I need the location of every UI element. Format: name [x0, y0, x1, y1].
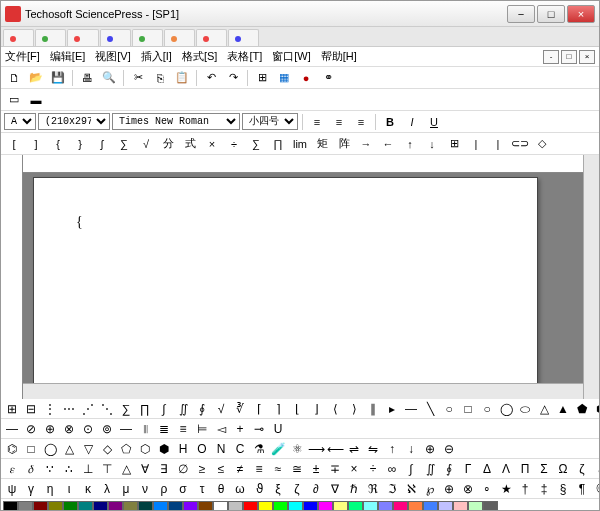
symbol-button[interactable]: ι	[60, 480, 78, 497]
symbol-button[interactable]: ⌉	[269, 400, 287, 417]
symbol-button[interactable]: ≈	[269, 460, 287, 477]
color-swatch[interactable]	[318, 501, 333, 511]
symbol-button[interactable]: ◅	[212, 420, 230, 437]
paper-dim-select[interactable]: (210x297)	[38, 113, 110, 130]
symbol-button[interactable]: ∀	[136, 460, 154, 477]
symbol-button[interactable]: →	[356, 135, 376, 153]
symbol-button[interactable]: 🧪	[269, 440, 287, 457]
symbol-button[interactable]: ÷	[364, 460, 382, 477]
symbol-button[interactable]: ←	[378, 135, 398, 153]
underline-button[interactable]: U	[424, 113, 444, 131]
color-swatch[interactable]	[78, 501, 93, 511]
symbol-button[interactable]: ∅	[174, 460, 192, 477]
color-swatch[interactable]	[393, 501, 408, 511]
color-swatch[interactable]	[348, 501, 363, 511]
symbol-button[interactable]: ψ	[3, 480, 21, 497]
symbol-button[interactable]: Ω	[554, 460, 572, 477]
symbol-button[interactable]: ⌈	[250, 400, 268, 417]
symbol-button[interactable]: ℜ	[364, 480, 382, 497]
symbol-button[interactable]: ⊗	[60, 420, 78, 437]
symbol-button[interactable]: {	[48, 135, 68, 153]
symbol-button[interactable]: ±	[307, 460, 325, 477]
symbol-button[interactable]: ∮	[193, 400, 211, 417]
color-swatch[interactable]	[93, 501, 108, 511]
symbol-button[interactable]: √	[212, 400, 230, 417]
symbol-button[interactable]: 式	[180, 135, 200, 153]
font-size-select[interactable]: 小四号	[242, 113, 298, 130]
symbol-button[interactable]: —	[402, 400, 420, 417]
menu-window[interactable]: 窗口[W]	[272, 49, 311, 64]
symbol-button[interactable]: 𝛿	[22, 460, 40, 477]
symbol-button[interactable]: ⇌	[345, 440, 363, 457]
symbol-button[interactable]: ∑	[246, 135, 266, 153]
symbol-button[interactable]: ⟶	[307, 440, 325, 457]
color-swatch[interactable]	[183, 501, 198, 511]
symbol-button[interactable]: §	[554, 480, 572, 497]
symbol-button[interactable]: ∬	[174, 400, 192, 417]
symbol-button[interactable]: —	[3, 420, 21, 437]
symbol-button[interactable]: ≥	[193, 460, 211, 477]
symbol-button[interactable]: ╲	[421, 400, 439, 417]
symbol-button[interactable]: η	[41, 480, 59, 497]
align-right-icon[interactable]: ≡	[351, 113, 371, 131]
color-swatch[interactable]	[108, 501, 123, 511]
symbol-button[interactable]: ⌋	[307, 400, 325, 417]
symbol-button[interactable]: }	[70, 135, 90, 153]
bg-tab[interactable]	[164, 29, 195, 46]
symbol-button[interactable]: ⬠	[117, 440, 135, 457]
symbol-button[interactable]: —	[117, 420, 135, 437]
symbol-button[interactable]: [	[4, 135, 24, 153]
save-icon[interactable]: 💾	[48, 69, 68, 87]
symbol-button[interactable]: ∇	[326, 480, 344, 497]
color-swatch[interactable]	[483, 501, 498, 511]
symbol-button[interactable]: ◯	[497, 400, 515, 417]
minimize-button[interactable]: −	[507, 5, 535, 23]
symbol-button[interactable]: ○	[440, 400, 458, 417]
symbol-button[interactable]: 阵	[334, 135, 354, 153]
color-swatch[interactable]	[468, 501, 483, 511]
symbol-button[interactable]: ↑	[383, 440, 401, 457]
align-center-icon[interactable]: ≡	[329, 113, 349, 131]
symbol-button[interactable]: ⋱	[98, 400, 116, 417]
symbol-button[interactable]: ∬	[421, 460, 439, 477]
symbol-button[interactable]: |	[466, 135, 486, 153]
menu-view[interactable]: 视图[V]	[95, 49, 130, 64]
border-icon[interactable]: ▭	[4, 91, 24, 109]
symbol-button[interactable]: ⊤	[98, 460, 116, 477]
symbol-button[interactable]: ≤	[212, 460, 230, 477]
symbol-button[interactable]: ⚗	[250, 440, 268, 457]
color-swatch[interactable]	[3, 501, 18, 511]
symbol-button[interactable]: ⊥	[79, 460, 97, 477]
color-swatch[interactable]	[363, 501, 378, 511]
color-swatch[interactable]	[213, 501, 228, 511]
symbol-button[interactable]: ξ	[592, 460, 599, 477]
color-swatch[interactable]	[153, 501, 168, 511]
menu-file[interactable]: 文件[F]	[5, 49, 40, 64]
symbol-button[interactable]: ∃	[155, 460, 173, 477]
symbol-button[interactable]: +	[231, 420, 249, 437]
symbol-button[interactable]: ⬢	[592, 400, 599, 417]
paste-icon[interactable]: 📋	[172, 69, 192, 87]
symbol-button[interactable]: |	[488, 135, 508, 153]
symbol-button[interactable]: ÷	[224, 135, 244, 153]
symbol-button[interactable]: ⊕	[41, 420, 59, 437]
bg-tab[interactable]	[196, 29, 227, 46]
symbol-button[interactable]: Σ	[535, 460, 553, 477]
symbol-button[interactable]: ▸	[383, 400, 401, 417]
bg-tab[interactable]	[100, 29, 131, 46]
color-swatch[interactable]	[303, 501, 318, 511]
symbol-button[interactable]: ∥	[364, 400, 382, 417]
symbol-button[interactable]: ∵	[41, 460, 59, 477]
symbol-button[interactable]: ≠	[231, 460, 249, 477]
symbol-button[interactable]: ℘	[421, 480, 439, 497]
symbol-button[interactable]: ↓	[402, 440, 420, 457]
bold-button[interactable]: B	[380, 113, 400, 131]
symbol-button[interactable]: Λ	[497, 460, 515, 477]
symbol-button[interactable]: ⬟	[573, 400, 591, 417]
symbol-button[interactable]: λ	[98, 480, 116, 497]
symbol-button[interactable]: ↑	[400, 135, 420, 153]
color-swatch[interactable]	[438, 501, 453, 511]
symbol-button[interactable]: ∓	[326, 460, 344, 477]
cut-icon[interactable]: ✂	[128, 69, 148, 87]
color-swatch[interactable]	[63, 501, 78, 511]
